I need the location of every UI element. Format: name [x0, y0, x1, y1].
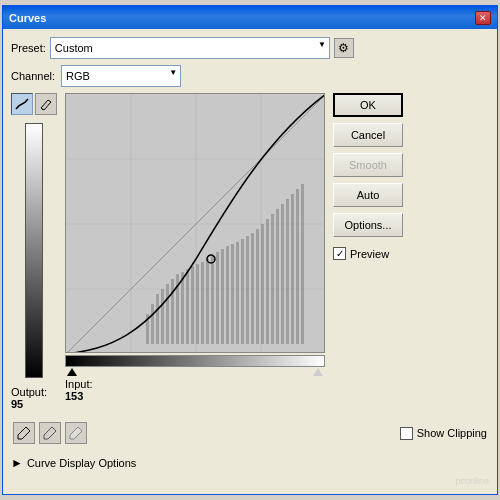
tool-icons	[11, 93, 57, 115]
curves-dialog: Curves ✕ Preset: Custom Default Linear C…	[2, 5, 498, 495]
dialog-content: Preset: Custom Default Linear Contrast M…	[3, 29, 497, 478]
white-point-indicator[interactable]	[313, 368, 323, 376]
svg-rect-16	[186, 269, 189, 344]
svg-rect-31	[261, 224, 264, 344]
input-gradient-bar	[65, 355, 325, 367]
svg-rect-11	[161, 289, 164, 344]
output-value: 95	[11, 398, 47, 410]
input-value: 153	[65, 390, 325, 402]
expand-icon: ►	[11, 456, 23, 470]
svg-rect-19	[201, 262, 204, 344]
svg-line-41	[26, 427, 28, 429]
curves-canvas[interactable]	[65, 93, 325, 353]
preset-row: Preset: Custom Default Linear Contrast M…	[11, 37, 489, 59]
svg-rect-37	[291, 194, 294, 344]
preset-label: Preset:	[11, 42, 46, 54]
channel-label: Channel:	[11, 70, 55, 82]
smooth-button[interactable]: Smooth	[333, 153, 403, 177]
canvas-section: Input: 153	[65, 93, 325, 410]
left-panel: Output: 95	[11, 93, 57, 410]
svg-rect-27	[241, 239, 244, 344]
bottom-bar: Show Clipping	[11, 422, 489, 444]
svg-rect-35	[281, 204, 284, 344]
svg-rect-33	[271, 214, 274, 344]
ok-button[interactable]: OK	[333, 93, 403, 117]
preview-checkbox[interactable]: ✓	[333, 247, 346, 260]
svg-rect-39	[301, 184, 304, 344]
svg-rect-21	[211, 256, 214, 344]
preview-label: Preview	[350, 248, 389, 260]
svg-rect-0	[66, 94, 324, 352]
curve-display-options-row[interactable]: ► Curve Display Options	[11, 456, 489, 470]
close-button[interactable]: ✕	[475, 11, 491, 25]
svg-rect-20	[206, 259, 209, 344]
cancel-button[interactable]: Cancel	[333, 123, 403, 147]
preset-select[interactable]: Custom Default Linear Contrast Medium Co…	[50, 37, 330, 59]
channel-row: Channel: RGB Red Green Blue	[11, 65, 489, 87]
svg-rect-36	[286, 199, 289, 344]
svg-rect-18	[196, 264, 199, 344]
svg-rect-23	[221, 249, 224, 344]
white-eyedropper[interactable]	[65, 422, 87, 444]
input-gradient-row	[65, 355, 325, 367]
svg-line-42	[52, 427, 54, 429]
main-area: Output: 95	[11, 93, 489, 410]
svg-rect-9	[151, 304, 154, 344]
curve-tool-button[interactable]	[11, 93, 33, 115]
auto-button[interactable]: Auto	[333, 183, 403, 207]
channel-select-wrapper: RGB Red Green Blue	[61, 65, 181, 87]
watermark: pconline	[455, 476, 489, 486]
options-button[interactable]: Options...	[333, 213, 403, 237]
preset-options-icon[interactable]: ⚙	[334, 38, 354, 58]
curve-display-label: Curve Display Options	[27, 457, 136, 469]
svg-rect-22	[216, 252, 219, 344]
svg-rect-29	[251, 233, 254, 344]
svg-rect-38	[296, 189, 299, 344]
title-bar: Curves ✕	[3, 7, 497, 29]
window-title: Curves	[9, 12, 46, 24]
svg-rect-15	[181, 272, 184, 344]
output-label: Output:	[11, 386, 47, 398]
black-eyedropper[interactable]	[13, 422, 35, 444]
svg-rect-34	[276, 209, 279, 344]
svg-rect-17	[191, 266, 194, 344]
channel-select[interactable]: RGB Red Green Blue	[61, 65, 181, 87]
output-area: Output: 95	[11, 386, 47, 410]
svg-rect-13	[171, 279, 174, 344]
svg-rect-10	[156, 294, 159, 344]
svg-rect-28	[246, 236, 249, 344]
svg-rect-26	[236, 242, 239, 344]
input-area: Input: 153	[65, 378, 325, 402]
show-clipping-checkbox[interactable]	[400, 427, 413, 440]
right-buttons: OK Cancel Smooth Auto Options... ✓ Previ…	[333, 93, 403, 410]
svg-rect-12	[166, 284, 169, 344]
triangle-row	[65, 368, 325, 376]
eyedropper-section	[13, 422, 87, 444]
gray-eyedropper[interactable]	[39, 422, 61, 444]
input-label: Input:	[65, 378, 325, 390]
svg-rect-30	[256, 229, 259, 344]
show-clipping-row: Show Clipping	[400, 427, 487, 440]
preset-select-wrapper: Custom Default Linear Contrast Medium Co…	[50, 37, 330, 59]
grid-svg	[66, 94, 324, 352]
black-point-indicator[interactable]	[67, 368, 77, 376]
svg-rect-32	[266, 219, 269, 344]
svg-rect-25	[231, 244, 234, 344]
svg-rect-24	[226, 246, 229, 344]
show-clipping-label: Show Clipping	[417, 427, 487, 439]
pencil-tool-button[interactable]	[35, 93, 57, 115]
gradient-bar	[25, 123, 43, 378]
preview-row: ✓ Preview	[333, 247, 403, 260]
